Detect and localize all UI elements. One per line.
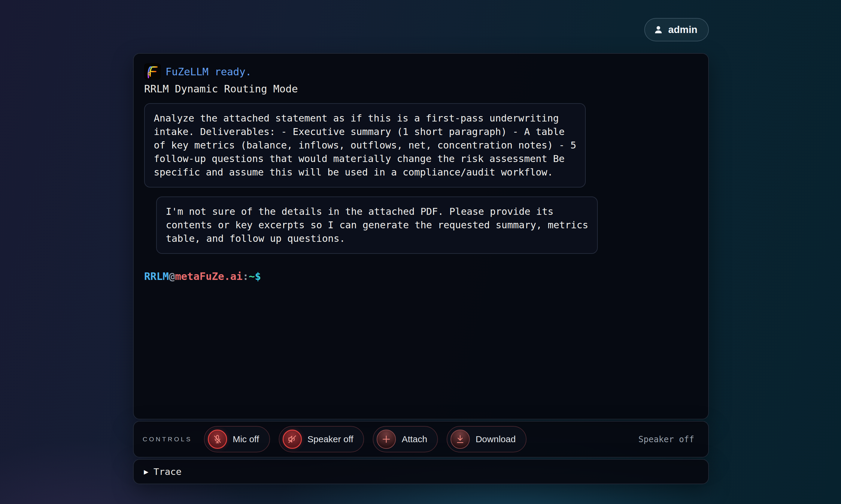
prompt-hostname: metaFuZe.ai [175,270,242,282]
fuze-rainbow-logo-icon [144,63,161,80]
speaker-off-label: Speaker off [308,434,354,444]
terminal-output-area: FuZeLLM ready. RRLM Dynamic Routing Mode… [133,53,709,419]
terminal-header: FuZeLLM ready. [144,63,698,80]
mic-off-label: Mic off [233,434,259,444]
controls-label: CONTROLS [143,436,192,443]
speaker-off-icon [282,430,302,449]
brand-ready-text: FuZeLLM ready. [166,66,252,78]
fuzellm-panel: FuZeLLM ready. RRLM Dynamic Routing Mode… [133,53,709,484]
attach-button[interactable]: Attach [373,426,438,452]
download-button[interactable]: Download [447,426,526,452]
mic-off-icon [208,430,227,449]
download-label: Download [476,434,515,444]
terminal-prompt[interactable]: RRLM@metaFuZe.ai:~$ [144,270,698,282]
attach-label: Attach [401,434,427,444]
prompt-dollar: $ [255,270,261,282]
mic-off-button[interactable]: Mic off [204,426,270,452]
trace-expander[interactable]: ▶ Trace [133,459,709,484]
user-message-bubble: Analyze the attached statement as if thi… [144,103,586,187]
admin-user-button[interactable]: admin [644,18,709,41]
controls-bar: CONTROLS Mic off Speaker off [133,421,709,457]
person-icon [653,24,664,35]
plus-icon [377,430,396,449]
prompt-username: RRLM [144,270,169,282]
admin-user-label: admin [668,24,698,35]
triangle-right-icon: ▶ [144,468,148,475]
trace-label: Trace [154,466,182,477]
mode-line: RRLM Dynamic Routing Mode [144,83,698,95]
prompt-at-sign: @ [169,270,175,282]
assistant-message-bubble: I'm not sure of the details in the attac… [156,197,598,254]
prompt-tilde: ~ [249,270,255,282]
speaker-off-button[interactable]: Speaker off [279,426,364,452]
prompt-colon: : [243,270,249,282]
download-icon [450,430,470,449]
speaker-status-text: Speaker off [638,434,694,444]
